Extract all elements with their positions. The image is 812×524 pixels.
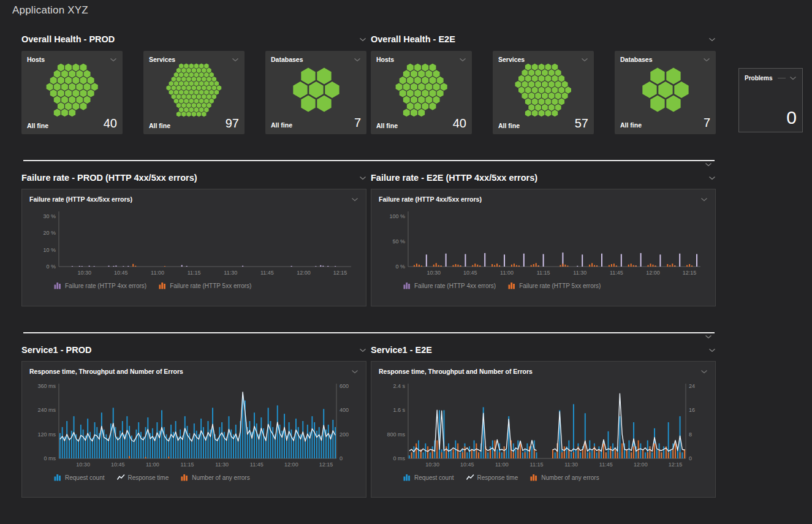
legend-item[interactable]: Response time: [117, 474, 169, 481]
chart-title: Failure rate (HTTP 4xx/5xx errors): [379, 196, 482, 203]
legend-label: Number of any errors: [192, 474, 249, 481]
svg-text:0: 0: [689, 455, 692, 461]
health-tile-databases-e2e[interactable]: Databases All fine 7: [615, 51, 716, 134]
chevron-down-icon[interactable]: [703, 58, 710, 62]
honeycomb-chart: [271, 63, 361, 116]
svg-text:240 ms: 240 ms: [37, 407, 56, 413]
svg-text:400: 400: [340, 407, 349, 413]
chevron-down-icon[interactable]: [359, 37, 366, 42]
chevron-down-icon[interactable]: [359, 348, 366, 352]
legend-item[interactable]: Failure rate (HTTP 5xx errors): [159, 282, 251, 289]
legend-label: Response time: [128, 474, 169, 481]
chevron-down-icon[interactable]: [581, 58, 588, 62]
chevron-down-icon[interactable]: [789, 76, 797, 80]
bar-series-icon: [403, 282, 411, 289]
legend-label: Request count: [414, 474, 454, 481]
chart-card-failure-prod[interactable]: Failure rate (HTTP 4xx/5xx errors) 30 %2…: [21, 189, 366, 306]
legend-item[interactable]: Failure rate (HTTP 4xx errors): [403, 282, 496, 289]
svg-text:10:45: 10:45: [460, 461, 474, 468]
failure-rate-chart-prod[interactable]: 30 %20 %10 %0 %10:3010:4511:0011:1511:30…: [29, 205, 359, 278]
status-label: All fine: [27, 122, 48, 129]
chart-legend: Failure rate (HTTP 4xx errors)Failure ra…: [29, 282, 359, 289]
legend-item[interactable]: Response time: [466, 474, 518, 481]
svg-text:12:15: 12:15: [319, 461, 333, 468]
svg-text:12:00: 12:00: [634, 461, 648, 468]
chevron-down-icon[interactable]: [459, 58, 466, 62]
line-series-icon: [466, 474, 474, 481]
svg-text:10:30: 10:30: [425, 461, 439, 468]
section-title: Failure rate - E2E (HTTP 4xx/5xx errors): [371, 173, 537, 183]
svg-text:11:15: 11:15: [188, 270, 201, 276]
status-label: All fine: [498, 122, 520, 129]
health-tile-hosts-prod[interactable]: Hosts All fine 40: [21, 51, 123, 134]
chart-card-service-prod[interactable]: Response time, Throughput and Number of …: [21, 361, 366, 498]
chevron-down-icon[interactable]: [705, 335, 712, 339]
chevron-down-icon[interactable]: [708, 348, 716, 352]
section-title: Service1 - E2E: [371, 345, 432, 355]
bar-series-icon: [159, 282, 167, 289]
problems-tile[interactable]: Problems 0: [738, 68, 803, 132]
svg-text:10:45: 10:45: [463, 270, 477, 276]
legend-item[interactable]: Number of any errors: [530, 474, 599, 481]
bar-series-icon: [403, 474, 411, 481]
chevron-down-icon[interactable]: [705, 162, 712, 167]
svg-text:11:00: 11:00: [495, 461, 509, 468]
section-header-health-prod: Overall Health - PROD: [21, 34, 366, 45]
section-title: Overall Health - PROD: [21, 34, 115, 44]
entity-count: 7: [704, 116, 710, 129]
chevron-down-icon[interactable]: [700, 197, 708, 202]
legend-item[interactable]: Failure rate (HTTP 5xx errors): [508, 282, 601, 289]
svg-text:12:15: 12:15: [683, 270, 697, 276]
section-header-failure-e2e: Failure rate - E2E (HTTP 4xx/5xx errors): [371, 172, 716, 183]
service-chart-prod[interactable]: 360 ms240 ms120 ms0 ms600400200010:3010:…: [29, 378, 359, 469]
svg-text:12:15: 12:15: [669, 461, 683, 468]
honeycomb-svg: [46, 63, 98, 117]
svg-text:11:30: 11:30: [224, 270, 237, 276]
health-tile-services-prod[interactable]: Services All fine 97: [143, 51, 245, 134]
svg-text:120 ms: 120 ms: [37, 431, 56, 438]
legend-item[interactable]: Request count: [54, 474, 105, 481]
legend-item[interactable]: Failure rate (HTTP 4xx errors): [54, 282, 146, 289]
health-tile-hosts-e2e[interactable]: Hosts All fine 40: [371, 51, 472, 134]
chevron-down-icon[interactable]: [351, 197, 359, 202]
svg-text:0 ms: 0 ms: [44, 455, 56, 461]
legend-item[interactable]: Number of any errors: [181, 474, 249, 481]
svg-text:11:30: 11:30: [564, 461, 578, 468]
failure-rate-chart-e2e[interactable]: 100 %50 %0 %10:3010:4511:0011:1511:3011:…: [379, 205, 708, 278]
chevron-down-icon[interactable]: [232, 58, 239, 62]
chevron-down-icon[interactable]: [708, 37, 716, 42]
svg-text:8: 8: [689, 431, 692, 438]
honeycomb-chart: [620, 63, 710, 116]
chart-card-failure-e2e[interactable]: Failure rate (HTTP 4xx/5xx errors) 100 %…: [371, 189, 716, 306]
bar-series-icon: [530, 474, 538, 481]
chevron-down-icon[interactable]: [359, 176, 366, 180]
section-header-health-e2e: Overall Health - E2E: [371, 34, 716, 45]
health-tiles-e2e: Hosts All fine 40 Services All fine 57 D…: [371, 51, 716, 134]
chevron-down-icon[interactable]: [110, 58, 117, 62]
chevron-down-icon[interactable]: [351, 370, 359, 374]
legend-label: Response time: [477, 474, 518, 481]
legend-label: Failure rate (HTTP 4xx errors): [414, 283, 496, 289]
tile-title: Services: [498, 56, 525, 63]
health-tile-databases-prod[interactable]: Databases All fine 7: [265, 51, 366, 134]
tile-title: Problems: [745, 75, 773, 82]
status-label: All fine: [376, 122, 398, 129]
legend-label: Failure rate (HTTP 5xx errors): [519, 283, 601, 289]
chevron-down-icon[interactable]: [354, 58, 361, 62]
service-chart-e2e[interactable]: 2.4 s1.6 s800 ms0 ms24168010:3010:4511:0…: [379, 378, 708, 469]
svg-text:0 %: 0 %: [46, 264, 56, 270]
chart-title: Failure rate (HTTP 4xx/5xx errors): [29, 196, 132, 203]
health-tile-services-e2e[interactable]: Services All fine 57: [493, 51, 594, 134]
tile-title: Hosts: [27, 56, 45, 63]
svg-text:0: 0: [340, 455, 343, 461]
chevron-down-icon[interactable]: [708, 176, 716, 180]
honeycomb-svg: [292, 67, 340, 113]
chevron-down-icon[interactable]: [700, 370, 708, 374]
legend-item[interactable]: Request count: [403, 474, 454, 481]
svg-text:12:00: 12:00: [297, 270, 311, 276]
svg-text:10:30: 10:30: [76, 461, 90, 468]
chart-legend: Failure rate (HTTP 4xx errors)Failure ra…: [379, 282, 708, 289]
svg-text:1.6 s: 1.6 s: [393, 407, 405, 413]
chart-card-service-e2e[interactable]: Response time, Throughput and Number of …: [371, 361, 716, 498]
entity-count: 97: [226, 117, 239, 129]
